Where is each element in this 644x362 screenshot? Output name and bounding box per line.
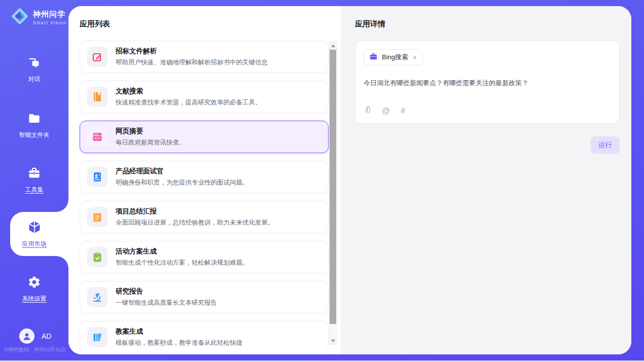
app-card-title: 研究报告 [116, 287, 217, 296]
sidebar: 神州问学 Smart Vision 对话 智能文件夹 [0, 0, 68, 360]
app-card-title: 教案生成 [116, 327, 242, 336]
app-card-literature-search[interactable]: 文献搜索 快速精准查找学术资源，提高研究效率的必备工具。 [80, 81, 329, 113]
sidebar-item-chat[interactable]: 对话 [0, 56, 68, 84]
app-list-title: 应用列表 [80, 19, 341, 29]
app-card-desc: 模板驱动，教案秒成，教学准备从此轻松快捷 [116, 339, 242, 347]
brand-diamond-icon [10, 7, 29, 28]
prompt-card[interactable]: Bing搜索 × 今日湖北有哪些新闻要点？有哪些需要关注的最新政策？ @ # [355, 41, 620, 124]
gear-icon [27, 275, 41, 291]
svg-text:</>: </> [94, 136, 100, 140]
paperclip-icon[interactable] [364, 106, 371, 116]
app-card-title: 产品经理面试官 [116, 167, 249, 176]
chat-icon [27, 56, 41, 71]
app-card-desc: 每日政府新闻资讯快查。 [116, 138, 186, 147]
at-icon[interactable]: @ [382, 107, 390, 115]
app-card-event-plan[interactable]: 活动方案生成 智能生成个性化活动方案，轻松解决规划难题。 [80, 241, 329, 273]
scrollbar-thumb[interactable] [330, 50, 336, 324]
toolbox-icon [27, 166, 41, 182]
sidebar-item-smart-folders[interactable]: 智能文件夹 [0, 112, 68, 139]
browser-code-icon: </> [87, 127, 108, 147]
sidebar-item-label: 工具集 [25, 186, 44, 194]
sidebar-item-label: 系统设置 [22, 295, 47, 303]
notepad-icon [87, 207, 108, 227]
clipboard-check-icon [87, 247, 108, 267]
app-card-pm-interviewer[interactable]: 产品经理面试官 明确身份和职责，为您提供专业性的面试问题。 [80, 161, 329, 193]
app-card-desc: 一键智能生成高质量长文本研究报告 [116, 299, 217, 307]
app-card-desc: 全面回顾项目进展，总结经验教训，助力未来优化发展。 [116, 219, 274, 227]
sidebar-item-app-market[interactable]: 应用市场 [0, 212, 68, 256]
composer-toolbar: @ # [364, 106, 405, 116]
sidebar-item-settings[interactable]: 系统设置 [0, 275, 68, 303]
microscope-icon [87, 287, 108, 307]
app-detail-title: 应用详情 [355, 19, 620, 29]
folder-icon [27, 112, 41, 127]
app-card-bid-document-parsing[interactable]: 招标文件解析 帮助用户快速、准确地理解和解析招标书中的关键信息 [80, 41, 329, 73]
user-row[interactable]: AD [19, 329, 51, 344]
app-detail-panel: 应用详情 Bing搜索 × 今日湖北有哪些新闻要点？有哪些需要关注的最新政策？ [341, 6, 631, 354]
app-card-title: 项目总结汇报 [116, 207, 274, 216]
app-frame: 神州问学 Smart Vision 对话 智能文件夹 [0, 0, 644, 360]
app-card-list: 招标文件解析 帮助用户快速、准确地理解和解析招标书中的关键信息 文献搜索 [80, 41, 329, 353]
tool-chip-bing-search[interactable]: Bing搜索 × [364, 49, 423, 65]
brand-logo: 神州问学 Smart Vision [10, 7, 66, 28]
books-icon [87, 327, 108, 347]
copyright-text: ©神州数码 · 神州问学出品 [4, 346, 68, 353]
tool-chip-label: Bing搜索 [382, 53, 408, 62]
sidebar-item-label: 应用市场 [22, 240, 47, 248]
app-card-title: 招标文件解析 [116, 47, 268, 56]
app-card-project-summary[interactable]: 项目总结汇报 全面回顾项目进展，总结经验教训，助力未来优化发展。 [80, 201, 329, 233]
app-card-desc: 明确身份和职责，为您提供专业性的面试问题。 [116, 178, 249, 187]
sidebar-item-label: 智能文件夹 [19, 131, 50, 139]
app-card-title: 网页摘要 [116, 127, 186, 136]
briefcase-icon [369, 52, 378, 63]
app-card-desc: 智能生成个性化活动方案，轻松解决规划难题。 [116, 259, 249, 267]
run-button[interactable]: 运行 [591, 136, 620, 154]
app-card-desc: 快速精准查找学术资源，提高研究效率的必备工具。 [116, 98, 262, 107]
resume-icon [87, 167, 108, 187]
app-card-research-report[interactable]: 研究报告 一键智能生成高质量长文本研究报告 [80, 281, 329, 313]
hash-icon[interactable]: # [401, 107, 405, 115]
triangle-up-icon [331, 45, 335, 47]
brand-name: 神州问学 [33, 10, 66, 19]
app-list-panel: 应用列表 招标文件解析 帮助用户快速、准确地理解和解析招标书中的关键信息 [68, 6, 341, 354]
prompt-text[interactable]: 今日湖北有哪些新闻要点？有哪些需要关注的最新政策？ [364, 79, 611, 88]
user-initials: AD [42, 332, 51, 340]
avatar [19, 329, 34, 344]
brand-tagline: Smart Vision [33, 20, 66, 25]
scroll-down-button[interactable] [330, 337, 336, 344]
app-list-scrollbar[interactable] [329, 42, 337, 345]
sidebar-item-toolset[interactable]: 工具集 [0, 166, 68, 194]
app-card-web-summary[interactable]: </> 网页摘要 每日政府新闻资讯快查。 [80, 121, 329, 153]
scroll-up-button[interactable] [330, 42, 336, 49]
book-icon [87, 87, 108, 107]
chip-close-icon[interactable]: × [412, 54, 417, 61]
pen-square-icon [87, 47, 108, 67]
app-card-title: 文献搜索 [116, 87, 262, 96]
app-card-desc: 帮助用户快速、准确地理解和解析招标书中的关键信息 [116, 58, 268, 67]
app-card-title: 活动方案生成 [116, 247, 249, 256]
app-card-lesson-plan[interactable]: 教案生成 模板驱动，教案秒成，教学准备从此轻松快捷 [80, 321, 329, 353]
triangle-down-icon [331, 340, 335, 342]
cube-icon [27, 220, 42, 237]
sidebar-item-label: 对话 [28, 75, 41, 84]
content-panel: 应用列表 招标文件解析 帮助用户快速、准确地理解和解析招标书中的关键信息 [68, 6, 631, 354]
